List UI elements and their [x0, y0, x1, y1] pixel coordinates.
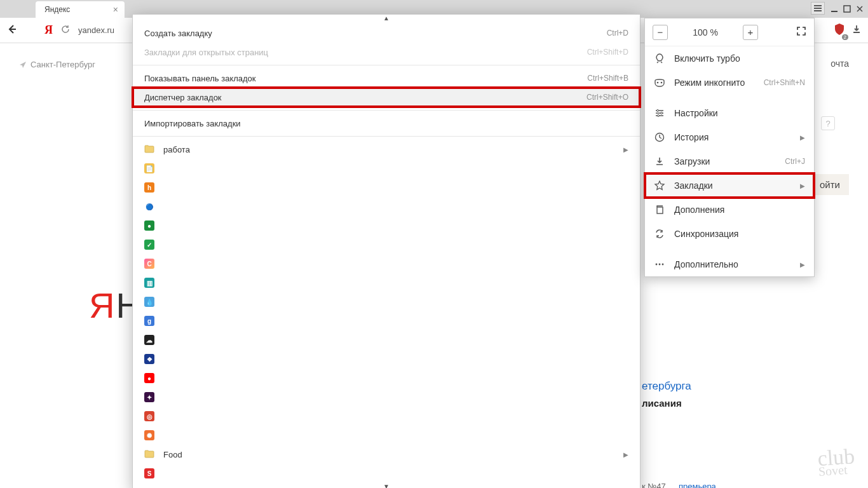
menu-label: Настройки [674, 108, 805, 118]
menu-item-rocket[interactable]: Включить турбо [645, 46, 814, 71]
submenu-shortcut: Ctrl+Shift+B [587, 74, 628, 83]
rocket-icon [654, 53, 665, 64]
sync-icon [654, 228, 665, 240]
main-menu: − 100 % + Включить турбоРежим инкогнитоC… [644, 18, 815, 277]
submenu-label: Диспетчер закладок [144, 93, 222, 102]
bookmark-item[interactable]: C [133, 254, 640, 273]
favicon: 🔵 [144, 201, 154, 212]
zoom-in-button[interactable]: + [743, 25, 758, 40]
menu-item-sync[interactable]: Синхронизация [645, 222, 814, 246]
chevron-right-icon: ▶ [623, 146, 628, 153]
svg-rect-0 [831, 11, 837, 12]
svg-point-6 [658, 115, 660, 117]
bottom-link[interactable]: премьера [679, 482, 716, 488]
svg-point-2 [657, 82, 659, 84]
bookmark-folder[interactable]: работа▶ [133, 140, 640, 159]
bookmark-item[interactable]: 💧 [133, 292, 640, 311]
clock-icon [654, 132, 665, 143]
menu-item-clock[interactable]: История▶ [645, 125, 814, 149]
favicon: ❖ [144, 354, 154, 364]
menu-label: История [674, 132, 791, 142]
maximize-icon[interactable] [841, 4, 853, 14]
bookmark-item[interactable]: ❖ [133, 349, 640, 369]
submenu-label: Импортировать закладки [144, 119, 241, 128]
menu-item-mask[interactable]: Режим инкогнитоCtrl+Shift+N [645, 71, 814, 95]
menu-item-copy[interactable]: Дополнения [645, 198, 814, 222]
star-icon [654, 180, 665, 191]
shield-icon[interactable]: 2 [834, 23, 845, 37]
reload-icon[interactable] [60, 24, 71, 36]
close-window-icon[interactable] [854, 4, 865, 14]
hamburger-menu-icon[interactable] [811, 2, 825, 15]
submenu-item[interactable]: Импортировать закладки [133, 114, 640, 133]
bookmark-item[interactable]: ● [133, 216, 640, 235]
help-icon[interactable]: ? [821, 116, 835, 130]
submenu-item[interactable]: Создать закладкуCtrl+D [133, 24, 640, 43]
menu-label: Режим инкогнито [674, 78, 755, 88]
zoom-out-button[interactable]: − [653, 25, 668, 40]
bookmark-label: работа [163, 145, 190, 154]
bookmark-item[interactable]: ✦ [133, 388, 640, 407]
favicon: h [144, 182, 154, 193]
menu-shortcut: Ctrl+Shift+N [764, 78, 805, 87]
copy-icon [654, 204, 665, 215]
submenu-item[interactable]: Показывать панель закладокCtrl+Shift+B [133, 69, 640, 88]
bookmark-folder[interactable]: Food▶ [133, 445, 640, 464]
menu-label: Загрузки [674, 156, 776, 166]
favicon: ✦ [144, 392, 154, 402]
mail-link[interactable]: очта [831, 58, 849, 69]
login-button[interactable]: ойти [811, 174, 849, 195]
favicon: g [144, 316, 154, 326]
menu-item-sliders[interactable]: Настройки [645, 101, 814, 125]
menu-item-dots[interactable]: Дополнительно▶ [645, 252, 814, 276]
download-icon [654, 156, 665, 167]
submenu-scroll-up-icon[interactable]: ▲ [133, 15, 640, 24]
geo-location[interactable]: Санкт-Петербург [19, 60, 95, 69]
bookmark-item[interactable]: 📄 [133, 159, 640, 178]
menu-item-download[interactable]: ЗагрузкиCtrl+J [645, 149, 814, 173]
bookmark-item[interactable]: ◎ [133, 407, 640, 426]
submenu-item[interactable]: Диспетчер закладокCtrl+Shift+O [133, 88, 640, 107]
bookmark-item[interactable]: ▥ [133, 273, 640, 292]
fullscreen-icon[interactable] [796, 26, 806, 38]
bookmark-item[interactable]: 🔵 [133, 197, 640, 216]
menu-label: Синхронизация [674, 229, 805, 239]
bookmark-item[interactable]: ● [133, 369, 640, 388]
bookmarks-submenu: ▲ Создать закладкуCtrl+DЗакладки для отк… [132, 14, 641, 488]
submenu-scroll-down-icon[interactable]: ▼ [133, 483, 640, 488]
submenu-label: Закладки для открытых страниц [144, 48, 268, 57]
svg-rect-8 [657, 207, 663, 214]
news-link[interactable]: етербурга [642, 380, 741, 393]
favicon: S [144, 468, 154, 478]
favicon: ▥ [144, 278, 154, 288]
tab-title: Яндекс [44, 5, 108, 14]
favicon: ✺ [144, 430, 154, 440]
dots-icon [654, 259, 665, 270]
minimize-icon[interactable] [829, 4, 840, 14]
bookmark-item[interactable]: S [133, 464, 640, 483]
favicon: ◎ [144, 411, 154, 421]
folder-icon [144, 449, 154, 460]
yandex-logo-icon: Я [44, 24, 53, 37]
favicon: 💧 [144, 297, 154, 307]
bookmark-item[interactable]: g [133, 311, 640, 330]
svg-point-4 [657, 110, 659, 112]
bookmark-item[interactable]: h [133, 178, 640, 197]
browser-tab[interactable]: Яндекс × [36, 1, 125, 18]
address-input[interactable]: yandex.ru [78, 25, 133, 35]
svg-point-9 [656, 264, 658, 266]
favicon: 📄 [144, 163, 154, 173]
bookmark-item[interactable]: ☁ [133, 330, 640, 349]
menu-label: Дополнения [674, 205, 805, 215]
folder-icon [144, 144, 154, 155]
favicon: ● [144, 220, 154, 231]
menu-item-star[interactable]: Закладки▶ [645, 173, 814, 198]
svg-point-11 [662, 264, 664, 266]
bookmark-item[interactable]: ✓ [133, 235, 640, 254]
bookmark-item[interactable]: ✺ [133, 426, 640, 445]
tab-close-icon[interactable]: × [113, 5, 118, 14]
download-bar-icon[interactable] [851, 24, 862, 36]
favicon: C [144, 259, 154, 269]
back-icon[interactable] [6, 24, 18, 37]
menu-label: Включить турбо [674, 53, 805, 64]
